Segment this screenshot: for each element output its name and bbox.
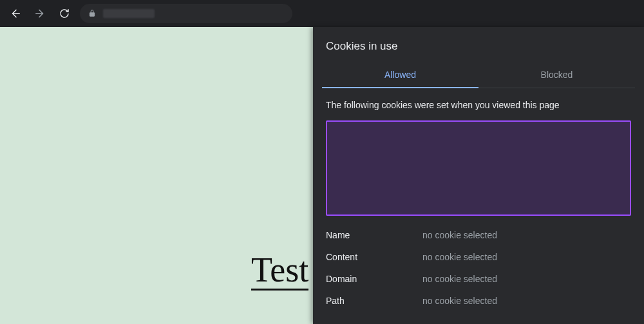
arrow-right-icon [34,8,46,19]
panel-description: The following cookies were set when you … [326,100,631,110]
cookie-list[interactable] [326,120,631,216]
reload-button[interactable] [55,5,73,23]
content-area: Test Cookies in use Allowed Blocked The … [0,27,644,324]
detail-content-value: no cookie selected [422,252,631,262]
tab-allowed[interactable]: Allowed [322,63,478,88]
panel-tabs: Allowed Blocked [322,63,635,88]
lock-icon [88,9,97,18]
arrow-left-icon [10,8,21,19]
browser-toolbar [0,0,644,27]
detail-domain-label: Domain [326,274,422,284]
forward-button[interactable] [31,5,49,23]
detail-name-label: Name [326,230,422,240]
page-heading: Test [251,253,308,291]
cookies-panel: Cookies in use Allowed Blocked The follo… [313,27,644,324]
address-bar[interactable] [80,4,292,23]
reload-icon [59,8,70,19]
back-button[interactable] [6,5,24,23]
tab-blocked[interactable]: Blocked [478,63,635,88]
detail-path-value: no cookie selected [422,296,631,306]
cookie-details: Name no cookie selected Content no cooki… [326,225,631,306]
detail-path-label: Path [326,296,422,306]
detail-content-label: Content [326,252,422,262]
detail-name-value: no cookie selected [422,230,631,240]
address-text-redacted [103,9,155,18]
detail-domain-value: no cookie selected [422,274,631,284]
panel-title: Cookies in use [326,40,631,53]
